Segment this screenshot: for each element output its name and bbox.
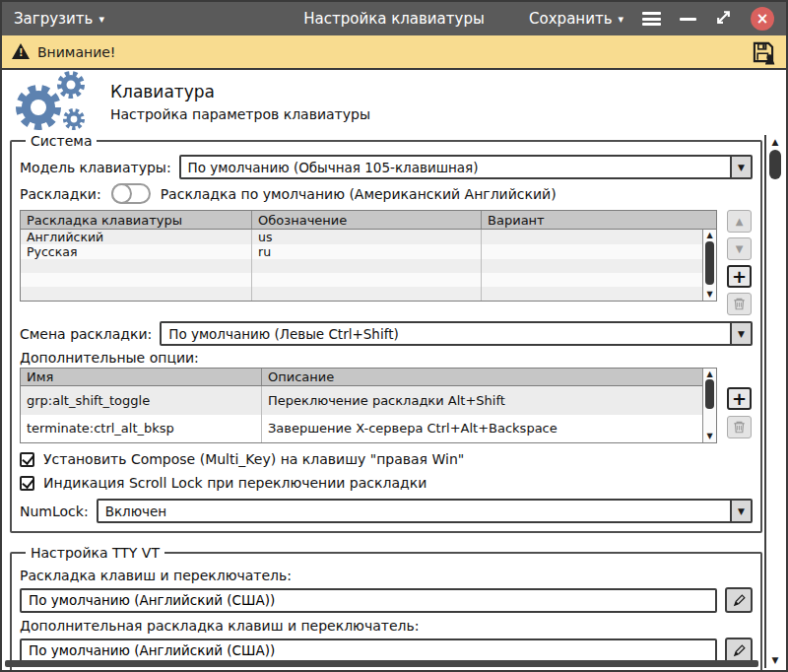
- table-row[interactable]: Русская ru: [21, 244, 716, 259]
- column-header-code[interactable]: Обозначение: [252, 211, 482, 229]
- minimize-button[interactable]: [680, 18, 696, 21]
- tty-layout-edit-button[interactable]: [725, 587, 753, 613]
- switch-combo-label: Смена раскладки:: [20, 326, 152, 342]
- plus-icon: +: [732, 390, 747, 408]
- expand-icon: [715, 9, 732, 26]
- layout-table-scrollbar[interactable]: ▲ ▼: [702, 230, 716, 301]
- scrollbar-thumb[interactable]: [705, 379, 714, 409]
- chevron-down-icon: ▾: [98, 14, 104, 25]
- layouts-default-toggle[interactable]: [111, 183, 151, 204]
- cell-option-description: Переключение раскладки Alt+Shift: [262, 386, 716, 415]
- cell-code: ru: [252, 244, 482, 259]
- compose-checkbox[interactable]: [20, 452, 34, 467]
- page-header: Клавиатура Настройка параметров клавиату…: [10, 70, 762, 133]
- table-row-empty: [21, 287, 716, 301]
- table-row[interactable]: Английский us: [21, 230, 716, 244]
- scroll-lock-checkbox-label: Индикация Scroll Lock при переключении р…: [43, 475, 427, 491]
- scroll-down-icon[interactable]: ▼: [703, 291, 716, 299]
- column-header-description[interactable]: Описание: [262, 369, 716, 385]
- extra-options-label: Дополнительные опции:: [20, 350, 199, 366]
- cell-variant: [482, 230, 716, 244]
- column-header-layout[interactable]: Раскладка клавиатуры: [21, 211, 252, 229]
- cell-option-name: grp:alt_shift_toggle: [21, 386, 262, 415]
- table-row-empty: [21, 273, 716, 287]
- title-bar: Загрузить ▾ Настройка клавиатуры Сохрани…: [2, 2, 786, 35]
- scroll-down-icon[interactable]: ▼: [766, 656, 784, 665]
- layout-table-header: Раскладка клавиатуры Обозначение Вариант: [21, 211, 716, 230]
- cell-layout: Русская: [21, 244, 252, 259]
- compose-checkbox-label: Установить Compose (Multi_Key) на клавиш…: [43, 451, 464, 467]
- chevron-down-icon[interactable]: ▼: [730, 157, 751, 177]
- tty-layout-label: Раскладка клавиш и переключатель:: [20, 568, 753, 583]
- keyboard-model-value: По умолчанию (Обычная 105-клавишная): [181, 157, 730, 177]
- load-menu-button[interactable]: Загрузить ▾: [14, 10, 104, 28]
- scroll-up-icon[interactable]: ▲: [703, 232, 716, 239]
- save-file-button[interactable]: [751, 39, 776, 65]
- save-menu-button[interactable]: Сохранить ▾: [529, 10, 624, 28]
- numlock-select[interactable]: Включен ▼: [97, 499, 753, 523]
- numlock-label: NumLock:: [20, 504, 89, 519]
- move-down-button[interactable]: ▼: [727, 237, 752, 260]
- close-button[interactable]: ×: [751, 7, 774, 31]
- layout-table: Раскладка клавиатуры Обозначение Вариант…: [20, 210, 717, 302]
- pencil-icon: [732, 643, 747, 658]
- tty-font-label: Шрифт:: [20, 668, 753, 672]
- maximize-button[interactable]: [715, 9, 732, 30]
- cell-code: us: [252, 230, 482, 244]
- keyboard-model-select[interactable]: По умолчанию (Обычная 105-клавишная) ▼: [179, 155, 753, 179]
- chevron-down-icon[interactable]: ▼: [730, 501, 751, 521]
- scrollbar-thumb[interactable]: [705, 241, 714, 285]
- options-table-header: Имя Описание: [21, 369, 716, 386]
- chevron-down-icon[interactable]: ▼: [730, 323, 751, 344]
- up-arrow-icon: ▲: [736, 217, 744, 227]
- load-menu-label: Загрузить: [14, 10, 93, 28]
- cell-option-name: terminate:ctrl_alt_bksp: [21, 415, 262, 443]
- switch-combo-value: По умолчанию (Левые Ctrl+Shift): [162, 323, 730, 344]
- page-subtitle: Настройка параметров клавиатуры: [110, 106, 370, 122]
- tty-layout-field[interactable]: По умолчанию (Английский (США)): [20, 588, 717, 613]
- scroll-up-icon[interactable]: ▲: [766, 138, 784, 147]
- table-row-empty: [21, 259, 716, 273]
- add-layout-button[interactable]: +: [727, 265, 752, 288]
- app-window: Загрузить ▾ Настройка клавиатуры Сохрани…: [0, 0, 788, 672]
- minimize-icon: [680, 18, 696, 21]
- table-row[interactable]: grp:alt_shift_toggle Переключение раскла…: [21, 386, 716, 415]
- hamburger-menu-icon[interactable]: [642, 12, 661, 26]
- warning-icon: !: [12, 43, 30, 59]
- content-area: Клавиатура Настройка параметров клавиату…: [2, 70, 786, 670]
- table-row[interactable]: terminate:ctrl_alt_bksp Завершение X-сер…: [21, 415, 716, 443]
- scroll-lock-checkbox[interactable]: [20, 476, 34, 491]
- delete-option-button[interactable]: [727, 416, 752, 438]
- column-header-name[interactable]: Имя: [21, 369, 262, 385]
- tty-legend: Настройка TTY VT: [26, 545, 164, 561]
- horizontal-scrollbar-thumb[interactable]: [5, 660, 758, 667]
- options-table: Имя Описание grp:alt_shift_toggle Перекл…: [20, 368, 717, 443]
- tty-extra-layout-label: Дополнительная раскладка клавиш и перекл…: [20, 618, 753, 634]
- cell-layout: Английский: [21, 230, 252, 244]
- layouts-label: Раскладки:: [20, 186, 101, 202]
- switch-combo-select[interactable]: По умолчанию (Левые Ctrl+Shift) ▼: [160, 321, 753, 346]
- tty-section: Настройка TTY VT Раскладка клавиш и пере…: [10, 545, 762, 672]
- trash-icon: [732, 420, 747, 435]
- scroll-up-icon[interactable]: ▲: [703, 370, 716, 378]
- gears-icon: [12, 71, 98, 132]
- tty-extra-layout-field[interactable]: По умолчанию (Английский (США)): [20, 638, 717, 663]
- delete-layout-button[interactable]: [727, 293, 752, 315]
- scroll-down-icon[interactable]: ▼: [703, 433, 716, 440]
- chevron-down-icon: ▾: [618, 14, 624, 25]
- column-header-variant[interactable]: Вариант: [482, 211, 716, 229]
- scrollbar-thumb[interactable]: [769, 150, 781, 179]
- page-title: Клавиатура: [110, 82, 370, 101]
- warning-text: Внимание!: [37, 44, 115, 60]
- keyboard-model-label: Модель клавиатуры:: [20, 160, 171, 175]
- system-section: Система Модель клавиатуры: По умолчанию …: [10, 133, 762, 533]
- warning-bar: ! Внимание!: [2, 35, 786, 70]
- numlock-value: Включен: [98, 501, 730, 521]
- save-file-icon: [751, 39, 776, 65]
- move-up-button[interactable]: ▲: [727, 210, 752, 233]
- window-title: Настройка клавиатуры: [303, 10, 485, 28]
- vertical-scrollbar[interactable]: ▲ ▼: [764, 135, 784, 668]
- add-option-button[interactable]: +: [727, 387, 752, 410]
- pencil-icon: [732, 593, 747, 608]
- options-table-scrollbar[interactable]: ▲ ▼: [702, 369, 716, 442]
